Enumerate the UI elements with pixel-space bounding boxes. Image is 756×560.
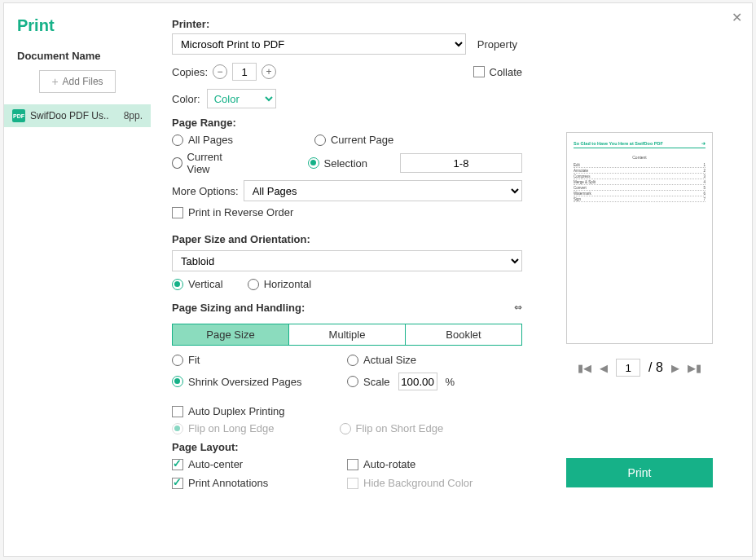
dialog-title: Print (4, 15, 151, 50)
copies-input[interactable] (232, 63, 257, 81)
print-annotations-checkbox[interactable]: Print Annotations (172, 477, 347, 489)
layout-label: Page Layout: (172, 441, 522, 453)
close-icon[interactable]: ✕ (732, 10, 742, 25)
all-pages-radio[interactable]: All Pages (172, 134, 233, 146)
flip-long-radio: Flip on Long Edge (172, 422, 275, 434)
color-label: Color: (172, 93, 200, 105)
reverse-order-checkbox[interactable]: Print in Reverse Order (172, 206, 293, 218)
prev-page-icon[interactable]: ◀ (600, 362, 608, 374)
paper-size-select[interactable]: Tabloid (172, 250, 522, 271)
preview-pager: ▮◀ ◀ / 8 ▶ ▶▮ (578, 359, 701, 377)
current-view-radio[interactable]: Current View (172, 151, 241, 175)
hide-bg-checkbox: Hide Background Color (347, 477, 522, 489)
color-select[interactable]: Color (207, 89, 276, 108)
file-item[interactable]: PDF SwifDoo PDF Us.. 8pp. (4, 104, 151, 127)
sizing-tabs: Page Size Multiple Booklet (172, 324, 522, 346)
collate-checkbox[interactable]: Collate (473, 66, 522, 78)
tab-page-size[interactable]: Page Size (173, 324, 288, 345)
tab-multiple[interactable]: Multiple (288, 324, 405, 345)
page-number-input[interactable] (616, 359, 640, 377)
sidebar: Print Document Name + Add Files PDF Swif… (4, 3, 151, 556)
scale-input[interactable] (398, 373, 437, 390)
copies-increment-button[interactable]: + (262, 64, 276, 79)
pdf-icon: PDF (12, 109, 25, 122)
preview-page: So Glad to Have You Here at SwifDoo PDF➜… (566, 132, 713, 344)
copies-label: Copies: (172, 66, 208, 78)
page-range-label: Page Range: (172, 117, 522, 129)
file-pages: 8pp. (124, 110, 143, 121)
vertical-radio[interactable]: Vertical (172, 278, 223, 290)
flip-short-radio: Flip on Short Edge (340, 422, 444, 434)
printer-label: Printer: (172, 18, 522, 30)
printer-property-button[interactable]: Property (472, 38, 522, 51)
actual-size-radio[interactable]: Actual Size (347, 354, 522, 366)
page-total: / 8 (648, 360, 663, 375)
document-name-label: Document Name (4, 50, 151, 70)
selection-radio[interactable]: Selection (308, 157, 367, 170)
current-page-radio[interactable]: Current Page (314, 134, 393, 146)
file-name: SwifDoo PDF Us.. (30, 110, 119, 121)
horizontal-radio[interactable]: Horizontal (248, 278, 312, 290)
preview-pane: So Glad to Have You Here at SwifDoo PDF➜… (522, 18, 736, 548)
copies-decrement-button[interactable]: − (213, 64, 227, 79)
first-page-icon[interactable]: ▮◀ (578, 362, 591, 374)
add-files-button[interactable]: + Add Files (39, 70, 116, 93)
shrink-radio[interactable]: Shrink Oversized Pages (172, 373, 347, 390)
more-options-label: More Options: (172, 185, 239, 197)
sizing-label: Page Sizing and Handling: (172, 302, 305, 314)
paper-label: Paper Size and Orientation: (172, 233, 522, 245)
scale-radio[interactable]: Scale % (347, 373, 522, 390)
print-button[interactable]: Print (566, 458, 713, 487)
auto-duplex-checkbox[interactable]: Auto Duplex Printing (172, 405, 285, 417)
selection-input[interactable] (400, 153, 522, 173)
fit-radio[interactable]: Fit (172, 354, 347, 366)
settings-panel: Printer: Microsoft Print to PDF Property… (172, 18, 522, 548)
last-page-icon[interactable]: ▶▮ (688, 362, 701, 374)
expand-icon[interactable]: ⇔ (514, 302, 522, 313)
printer-select[interactable]: Microsoft Print to PDF (172, 33, 466, 55)
auto-center-checkbox[interactable]: Auto-center (172, 458, 347, 470)
more-options-select[interactable]: All Pages (244, 180, 522, 201)
auto-rotate-checkbox[interactable]: Auto-rotate (347, 458, 522, 470)
plus-icon: + (51, 76, 58, 87)
tab-booklet[interactable]: Booklet (405, 324, 521, 345)
add-files-label: Add Files (63, 76, 103, 87)
next-page-icon[interactable]: ▶ (671, 362, 679, 374)
